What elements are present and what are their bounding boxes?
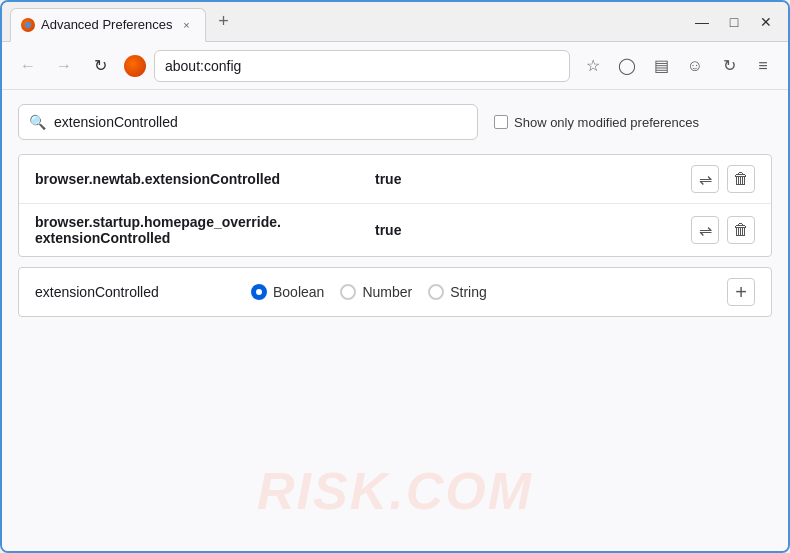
browser-tab[interactable]: Advanced Preferences × bbox=[10, 8, 206, 42]
toggle-button-1[interactable]: ⇌ bbox=[691, 165, 719, 193]
back-button[interactable]: ← bbox=[12, 50, 44, 82]
show-modified-option: Show only modified preferences bbox=[494, 115, 699, 130]
search-input[interactable] bbox=[54, 114, 467, 130]
table-row: browser.newtab.extensionControlled true … bbox=[19, 155, 771, 204]
new-preference-row: extensionControlled Boolean Number Strin… bbox=[18, 267, 772, 317]
bookmark-icon[interactable]: ☆ bbox=[578, 51, 608, 81]
radio-number-circle[interactable] bbox=[340, 284, 356, 300]
forward-button[interactable]: → bbox=[48, 50, 80, 82]
add-preference-button[interactable]: + bbox=[727, 278, 755, 306]
pref-value-1: true bbox=[375, 171, 691, 187]
type-radio-group: Boolean Number String bbox=[251, 284, 711, 300]
menu-button[interactable]: ≡ bbox=[748, 51, 778, 81]
new-pref-name: extensionControlled bbox=[35, 284, 235, 300]
search-row: 🔍 Show only modified preferences bbox=[18, 104, 772, 140]
nav-toolbar-icons: ☆ ◯ ▤ ☺ ↻ ≡ bbox=[578, 51, 778, 81]
radio-boolean-label: Boolean bbox=[273, 284, 324, 300]
radio-string-circle[interactable] bbox=[428, 284, 444, 300]
title-bar: Advanced Preferences × + — □ ✕ bbox=[2, 2, 788, 42]
tab-favicon bbox=[21, 18, 35, 32]
delete-button-2[interactable]: 🗑 bbox=[727, 216, 755, 244]
close-button[interactable]: ✕ bbox=[752, 8, 780, 36]
radio-boolean[interactable]: Boolean bbox=[251, 284, 324, 300]
radio-number-label: Number bbox=[362, 284, 412, 300]
table-row: browser.startup.homepage_override. exten… bbox=[19, 204, 771, 256]
new-tab-button[interactable]: + bbox=[210, 8, 238, 36]
preferences-table: browser.newtab.extensionControlled true … bbox=[18, 154, 772, 257]
delete-button-1[interactable]: 🗑 bbox=[727, 165, 755, 193]
window-controls: — □ ✕ bbox=[688, 8, 780, 36]
tab-title: Advanced Preferences bbox=[41, 17, 173, 32]
show-modified-checkbox[interactable] bbox=[494, 115, 508, 129]
pref-value-2: true bbox=[375, 222, 691, 238]
search-box[interactable]: 🔍 bbox=[18, 104, 478, 140]
pref-name-1: browser.newtab.extensionControlled bbox=[35, 171, 375, 187]
maximize-button[interactable]: □ bbox=[720, 8, 748, 36]
navigation-bar: ← → ↻ about:config ☆ ◯ ▤ ☺ ↻ ≡ bbox=[2, 42, 788, 90]
pref-actions-1: ⇌ 🗑 bbox=[691, 165, 755, 193]
page-content: RISK.COM 🔍 Show only modified preference… bbox=[2, 90, 788, 551]
radio-string-label: String bbox=[450, 284, 487, 300]
url-bar[interactable]: about:config bbox=[154, 50, 570, 82]
radio-number[interactable]: Number bbox=[340, 284, 412, 300]
toggle-button-2[interactable]: ⇌ bbox=[691, 216, 719, 244]
tab-close-button[interactable]: × bbox=[179, 17, 195, 33]
minimize-button[interactable]: — bbox=[688, 8, 716, 36]
profile-icon[interactable]: ☺ bbox=[680, 51, 710, 81]
firefox-logo bbox=[124, 55, 146, 77]
screenshot-icon[interactable]: ▤ bbox=[646, 51, 676, 81]
search-icon: 🔍 bbox=[29, 114, 46, 130]
pref-name-2-line1: browser.startup.homepage_override. bbox=[35, 214, 281, 230]
reload-button[interactable]: ↻ bbox=[84, 50, 116, 82]
pocket-icon[interactable]: ◯ bbox=[612, 51, 642, 81]
pref-name-2: browser.startup.homepage_override. exten… bbox=[35, 214, 375, 246]
url-text: about:config bbox=[165, 58, 241, 74]
radio-boolean-circle[interactable] bbox=[251, 284, 267, 300]
sync-icon[interactable]: ↻ bbox=[714, 51, 744, 81]
pref-name-2-line2: extensionControlled bbox=[35, 230, 170, 246]
browser-window: Advanced Preferences × + — □ ✕ ← → ↻ abo… bbox=[0, 0, 790, 553]
pref-actions-2: ⇌ 🗑 bbox=[691, 216, 755, 244]
watermark: RISK.COM bbox=[257, 461, 533, 521]
show-modified-label: Show only modified preferences bbox=[514, 115, 699, 130]
radio-string[interactable]: String bbox=[428, 284, 487, 300]
